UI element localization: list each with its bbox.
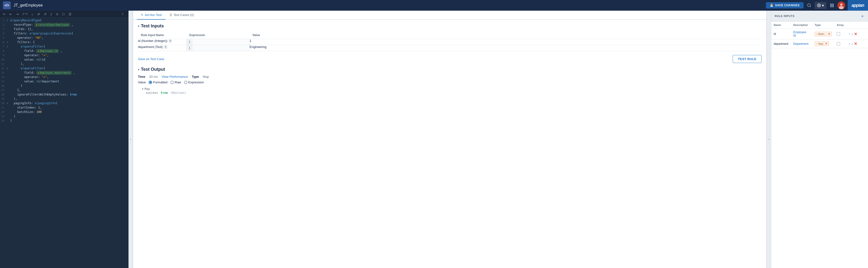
code-line: 5 operator: "OR", [0,36,128,40]
col-expression: Expression [186,32,249,39]
format-raw[interactable]: Raw [170,80,181,84]
code-line: 21 startIndex: 1, [0,106,128,110]
input-name-department: department (Text) [138,45,163,49]
ri-col-description: Description [791,22,812,29]
code-line: 17 }, [0,89,128,93]
svg-rect-8 [830,6,831,7]
ri-delete-department[interactable]: ✕ [854,41,857,46]
left-collapse-button[interactable]: ‹ [128,11,133,268]
input-name-id: id (Number (Integer)) [138,39,167,43]
ri-down-id[interactable]: ↓ [851,32,853,36]
testcases-tab-icon: ☰ [169,13,172,17]
output-tree: ▾ Map success true (Boolean) [138,86,762,96]
radio-formatted[interactable] [149,81,152,84]
code-line: 14 operator: "=", [0,75,128,80]
ri-up-department[interactable]: ↑ [848,42,850,46]
code-panel: ✏ ⇤ ⇥ /* */ ⌕ ⇄ ↺ ƒ π ⬡ ☰ i 1 ▼ a!queryR… [0,11,128,268]
expr-num-id: 1 [187,39,192,45]
right-collapse-handle[interactable]: › [767,11,771,268]
right-collapse-button[interactable]: › [767,11,771,268]
indent-icon[interactable]: ⇥ [15,12,20,16]
test-output-toggle[interactable]: ▾ [138,68,140,71]
svg-rect-10 [833,6,834,7]
code-area[interactable]: 1 ▼ a!queryRecordType( 2 recordType: ▪re… [0,18,128,268]
time-label: Time [138,75,145,78]
code-line: 2 recordType: ▪recordType!Employee , [0,23,128,27]
appian-logo: appian [848,0,868,11]
code-line: 16 ) [0,84,128,89]
test-output-section-header: ▾ Test Output [138,67,762,72]
radio-expression[interactable] [184,81,187,84]
info-button[interactable]: i [120,12,125,16]
app-icon: </> [3,1,11,9]
code-line: 23 ) [0,114,128,119]
function-icon[interactable]: ƒ [50,12,53,16]
add-rule-input-button[interactable]: ＋ [860,13,865,19]
help-icon-department[interactable]: ? [164,45,167,49]
view-performance-link[interactable]: View Performance [162,75,188,78]
test-rule-button[interactable]: TEST RULE [733,55,762,63]
tree-map-row: ▾ Map [138,87,762,91]
ri-up-id[interactable]: ↑ [848,32,850,36]
pi-icon[interactable]: π [55,12,59,16]
svg-point-0 [807,4,810,6]
input-row-department: department (Text) ? 1 Engineering [138,45,762,51]
left-collapse-handle[interactable]: ‹ [128,11,133,268]
col-rule-input-name: Rule Input Name [138,32,186,39]
undo-icon[interactable]: ↺ [43,12,48,16]
ri-type-remove-department[interactable]: ✕ [825,42,827,45]
svg-rect-4 [833,4,834,5]
code-line: 19 ), [0,97,128,102]
code-line: 9 operator: "=", [0,54,128,58]
ri-array-checkbox-id[interactable] [837,32,840,36]
code-line: 7 ▼ a!queryFilter( [0,45,128,49]
save-as-test-case-button[interactable]: Save as Test Case [138,57,164,61]
ri-array-checkbox-department[interactable] [837,42,840,45]
replace-icon[interactable]: ⇄ [36,12,41,16]
tab-testcases[interactable]: ☰ Test Cases (0) [165,11,198,20]
code-line: 10 value: ri!id [0,58,128,62]
ri-row-department: department Department ▪ Text ✕ [771,39,868,48]
outdent-icon[interactable]: ⇤ [8,12,13,16]
ri-delete-id[interactable]: ✕ [854,32,857,36]
header: </> JT_getEmployee 💾 SAVE CHANGES ▾ [0,0,868,11]
search-button[interactable] [806,2,812,8]
radio-raw[interactable] [170,81,174,84]
test-inputs-toggle[interactable]: ▾ [138,25,140,28]
test-output-section: ▾ Test Output Time 33 ms View Performanc… [138,67,762,96]
code-line: 3 fields: {}, [0,27,128,32]
ri-row-id: id Employee ID ▪ Num... ✕ [771,29,868,39]
right-panel-header: RULE INPUTS ＋ [771,11,868,22]
avatar[interactable] [837,1,845,9]
settings-button[interactable]: ▾ [815,2,826,9]
help-icon-id[interactable]: ? [168,39,172,43]
code-line: 8 field: ▪Employee.id , [0,49,128,54]
save-changes-button[interactable]: 💾 SAVE CHANGES [766,2,804,8]
output-meta: Time 33 ms View Performance Type Map [138,75,762,78]
format-expression[interactable]: Expression [184,80,204,84]
grid-button[interactable] [829,2,835,8]
ri-name-id: id [774,32,776,36]
ri-name-department: department [774,42,788,45]
svg-point-1 [818,5,819,6]
test-output-title: Test Output [141,67,165,72]
ri-col-type: Type [812,22,834,29]
value-label: Value [138,80,146,84]
type-label: Type [192,75,199,78]
tab-adhoc[interactable]: ✎ Ad Hoc Test [137,11,165,20]
ri-down-department[interactable]: ↓ [851,42,853,46]
value-id: 1 [250,39,251,43]
comment-icon[interactable]: /* */ [22,12,29,16]
ri-desc-department[interactable]: Department [793,42,809,45]
header-actions: 💾 SAVE CHANGES ▾ [766,0,865,11]
diagram-icon[interactable]: ⬡ [61,12,66,16]
more-icon[interactable]: ☰ [68,12,72,16]
svg-point-12 [840,3,842,6]
edit-icon[interactable]: ✏ [2,12,6,16]
format-formatted[interactable]: Formatted [149,80,167,84]
ri-type-remove-id[interactable]: ✕ [828,32,830,36]
search-code-icon[interactable]: ⌕ [31,12,34,16]
value-department: Engineering [250,45,267,49]
ri-desc-id[interactable]: Employee ID [793,31,806,37]
code-line: 13 field: ▪Employee.department , [0,71,128,75]
